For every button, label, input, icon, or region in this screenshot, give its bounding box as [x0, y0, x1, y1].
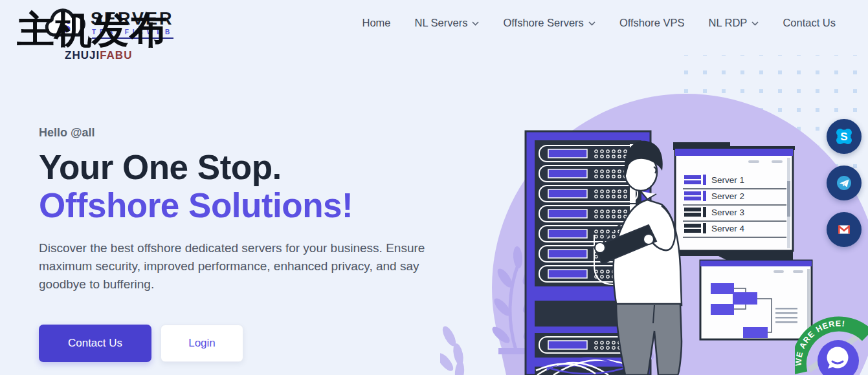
server-label: Server 3 [711, 208, 744, 217]
chat-bubble-button[interactable] [818, 340, 859, 375]
server-list-window: Server 1 Server 2 Server 3 [673, 142, 795, 261]
login-button[interactable]: Login [161, 325, 243, 362]
nav-item-home[interactable]: Home [362, 17, 391, 29]
chevron-down-icon [472, 21, 479, 26]
skype-icon: S [834, 126, 854, 147]
hero-section: Hello @all Your One Stop. Offshore Solut… [39, 126, 440, 362]
telegram-icon [834, 173, 854, 193]
brand-chinese-text: 主机发布 [17, 9, 167, 50]
brand-logo[interactable]: S SERVER TRAFFICWEB 主机发布 ZHUJIFABU [12, 3, 212, 70]
chat-widget-graphic: WE ARE HERE! [795, 310, 868, 375]
brand-pinyin-text: ZHUJIFABU [65, 49, 132, 62]
header: S SERVER TRAFFICWEB 主机发布 ZHUJIFABU Home … [0, 0, 868, 71]
main-nav: Home NL Servers Offshore Servers Offshor… [362, 0, 836, 45]
cta-row: Contact Us Login [39, 325, 440, 362]
hero-greeting: Hello @all [39, 126, 440, 140]
nav-item-nl-rdp[interactable]: NL RDP [708, 17, 759, 29]
server-label: Server 2 [711, 191, 744, 201]
hero-title-line2: Offshore Solutions! [39, 186, 440, 224]
social-bar: S [827, 119, 862, 259]
nav-item-offshore-vps[interactable]: Offshore VPS [619, 17, 685, 29]
hero-title-line1: Your One Stop. [39, 149, 440, 186]
chat-widget: WE ARE HERE! [795, 310, 868, 375]
page: Server 1 Server 2 Server 3 [0, 0, 868, 375]
contact-us-button[interactable]: Contact Us [39, 325, 151, 362]
skype-button[interactable]: S [827, 119, 862, 154]
email-button[interactable] [827, 212, 862, 247]
hero-description: Discover the best offshore dedicated ser… [39, 239, 427, 294]
server-label: Server 1 [711, 175, 744, 185]
telegram-button[interactable] [827, 166, 862, 200]
email-icon [834, 219, 854, 240]
plant-left-outer [440, 325, 465, 375]
nav-item-nl-servers[interactable]: NL Servers [415, 17, 480, 29]
nav-item-offshore-servers[interactable]: Offshore Servers [503, 17, 595, 29]
svg-text:S: S [840, 131, 847, 143]
chevron-down-icon [751, 21, 759, 26]
nav-item-contact-us[interactable]: Contact Us [783, 17, 836, 29]
server-label: Server 4 [711, 224, 745, 233]
chevron-down-icon [588, 21, 595, 26]
